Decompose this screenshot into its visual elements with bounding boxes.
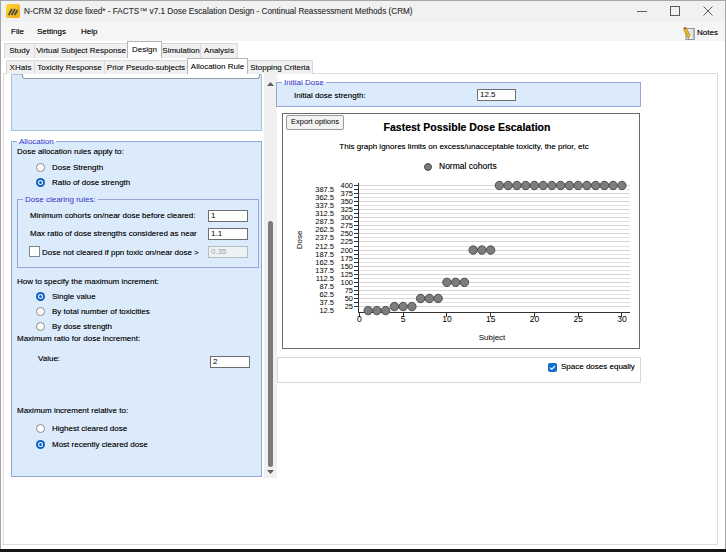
svg-text:25: 25 [573,314,583,324]
svg-text:400: 400 [340,181,353,190]
svg-text:10: 10 [442,314,452,324]
svg-text:350: 350 [340,197,353,206]
svg-text:125: 125 [340,270,353,279]
svg-text:250: 250 [340,229,353,238]
svg-text:25: 25 [345,302,353,311]
svg-text:275: 275 [340,221,353,230]
svg-text:12.5: 12.5 [319,306,334,315]
svg-text:200: 200 [340,246,353,255]
svg-text:300: 300 [340,213,353,222]
svg-text:175: 175 [340,254,353,263]
svg-text:50: 50 [345,294,353,303]
svg-text:Dose: Dose [295,230,304,249]
svg-text:15: 15 [486,314,496,324]
svg-text:5: 5 [401,314,406,324]
svg-text:75: 75 [345,286,353,295]
svg-text:150: 150 [340,262,353,271]
svg-text:375: 375 [340,189,353,198]
svg-text:100: 100 [340,278,353,287]
svg-text:225: 225 [340,237,353,246]
svg-text:0: 0 [357,314,362,324]
svg-text:Subject: Subject [479,333,506,342]
svg-text:325: 325 [340,205,353,214]
svg-text:20: 20 [530,314,540,324]
svg-text:30: 30 [617,314,627,324]
